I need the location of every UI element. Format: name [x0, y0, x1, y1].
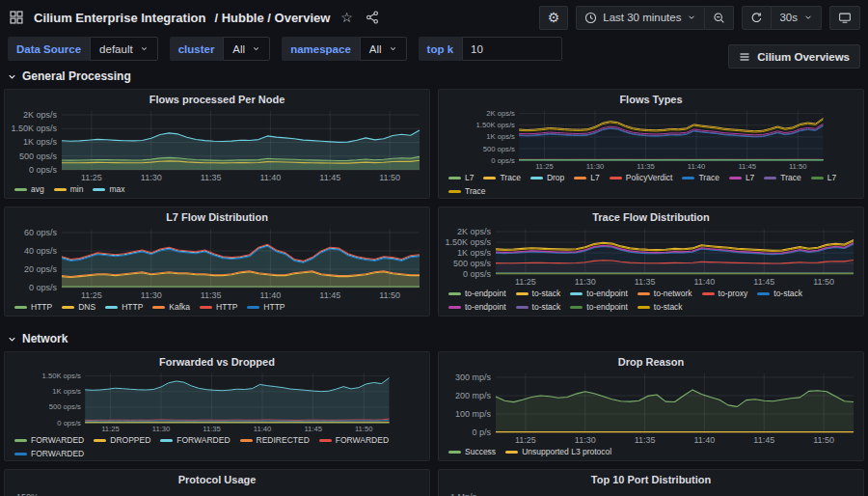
timeseries-chart[interactable]: 11:2511:3011:3511:4011:4511:50300 mp/s20… [442, 369, 860, 446]
legend-item[interactable]: Trace [483, 172, 520, 184]
legend-item[interactable]: Trace [682, 172, 719, 184]
legend-item[interactable]: Trace [448, 185, 485, 198]
legend-swatch [570, 292, 583, 295]
chevron-down-icon [687, 13, 696, 22]
panel-title[interactable]: Top 10 Port Distribution [439, 470, 863, 485]
cilium-overviews-button[interactable]: Cilium Overviews [728, 44, 860, 69]
panel-title[interactable]: Trace Flow Distribution [439, 207, 863, 223]
star-icon[interactable]: ☆ [339, 11, 355, 24]
legend-label: to-proxy [719, 288, 748, 300]
legend-item[interactable]: to-endpoint [570, 288, 628, 300]
legend-item[interactable]: to-stack [637, 301, 683, 314]
legend-item[interactable]: max [93, 183, 124, 196]
legend-label: HTTP [216, 301, 237, 314]
legend-item[interactable]: avg [14, 183, 44, 196]
legend-item[interactable]: L7 [574, 172, 599, 184]
y-axis-label: 0 ops/s [463, 269, 492, 279]
x-axis-label: 11:30 [586, 162, 605, 171]
panel-title[interactable]: Forwarded vs Dropped [5, 352, 429, 368]
dashboard-title[interactable]: Cilium Enterprise Integration [34, 11, 205, 25]
legend-item[interactable]: to-endpoint [448, 301, 506, 314]
legend-item[interactable]: L7 [729, 172, 754, 184]
legend-item[interactable]: DROPPED [94, 434, 150, 447]
time-picker-group: Last 30 minutes [576, 6, 734, 30]
legend-item[interactable]: FORWARDED [160, 434, 230, 447]
var-namespace-label: namespace [282, 37, 360, 61]
legend-item[interactable]: to-endpoint [570, 301, 628, 314]
y-axis-label: 500 ops/s [19, 152, 58, 161]
settings-button[interactable]: ⚙ [539, 6, 569, 30]
legend-item[interactable]: HTTP [14, 301, 52, 314]
panel-flows-per-node: Flows processed Per Node 11:2511:3011:35… [4, 89, 430, 199]
y-axis-label: 2K ops/s [457, 227, 492, 236]
zoom-out-button[interactable] [705, 6, 734, 30]
legend-swatch [570, 306, 583, 309]
clock-icon [584, 12, 597, 24]
legend-item[interactable]: FORWARDED [14, 448, 84, 460]
x-axis-label: 11:25 [515, 277, 536, 287]
var-topk-input[interactable] [462, 37, 562, 61]
legend-item[interactable]: REDIRECTED [240, 434, 310, 447]
x-axis-label: 11:45 [753, 277, 774, 287]
legend-item[interactable]: DNS [62, 301, 95, 314]
legend-item[interactable]: to-stack [757, 288, 802, 300]
var-cluster: cluster All [170, 37, 271, 61]
refresh-interval-button[interactable]: 30s [772, 6, 822, 30]
section-network[interactable]: Network [0, 324, 868, 349]
legend-item[interactable]: Unsupported L3 protocol [505, 446, 611, 458]
legend-item[interactable]: HTTP [247, 301, 285, 314]
legend-item[interactable]: FORWARDED [319, 434, 389, 447]
y-axis-label: 300 mp/s [455, 372, 492, 382]
timeseries-chart[interactable]: 11:2511:3011:3511:4011:4511:502K ops/s1.… [442, 224, 860, 288]
legend-label: to-endpoint [465, 288, 506, 300]
timeseries-chart[interactable]: 11:2511:3011:3511:4011:4511:501.50K ops/… [8, 369, 426, 434]
x-axis-label: 11:40 [259, 173, 281, 182]
y-axis-label: 0 ops/s [29, 283, 58, 292]
x-axis-label: 11:35 [201, 173, 222, 182]
legend-item[interactable]: HTTP [105, 301, 143, 314]
legend-item[interactable]: to-endpoint [448, 288, 506, 300]
timeseries-chart[interactable]: 11:2511:3011:3511:4011:4511:502K ops/s1.… [442, 106, 860, 172]
legend-item[interactable]: HTTP [200, 301, 237, 314]
legend-item[interactable]: L7 [448, 172, 474, 184]
panel-title[interactable]: L7 Flow Distribution [5, 207, 429, 223]
var-cluster-select[interactable]: All [223, 37, 270, 61]
legend-item[interactable]: Drop [530, 172, 564, 184]
kiosk-mode-button[interactable] [829, 6, 860, 30]
legend-item[interactable]: to-network [637, 288, 692, 300]
legend-item[interactable]: PolicyVerdict [610, 172, 673, 184]
timeseries-chart[interactable]: 11:2511:3011:3511:4011:4511:502K ops/s1.… [8, 106, 426, 183]
panel-title[interactable]: Flows Types [439, 90, 863, 105]
time-range-button[interactable]: Last 30 minutes [576, 6, 705, 30]
share-icon[interactable] [364, 11, 381, 24]
legend-item[interactable]: to-stack [516, 301, 561, 314]
legend-item[interactable]: L7 [811, 172, 836, 184]
panel-title[interactable]: Flows processed Per Node [5, 90, 429, 105]
chevron-down-icon [252, 44, 260, 53]
y-axis-label: 1K ops/s [457, 248, 492, 258]
panel-title[interactable]: Drop Reason [439, 352, 863, 368]
x-axis-label: 11:45 [319, 290, 340, 300]
legend-swatch [448, 190, 461, 193]
var-namespace-select[interactable]: All [360, 37, 407, 61]
x-axis-label: 11:45 [304, 425, 322, 433]
var-datasource-select[interactable]: default [90, 37, 158, 61]
apps-grid-icon[interactable] [8, 11, 25, 24]
legend-item[interactable]: FORWARDED [14, 434, 84, 447]
x-axis-label: 11:50 [789, 162, 807, 171]
var-topk-label: top k [419, 37, 462, 61]
dashboard-subpath[interactable]: / Hubble / Overview [214, 11, 330, 25]
refresh-icon [750, 12, 763, 24]
panel-title[interactable]: Protocol Usage [5, 470, 429, 485]
legend-item[interactable]: Kafka [152, 301, 190, 314]
refresh-button[interactable] [742, 6, 772, 30]
legend-item[interactable]: Success [448, 446, 496, 458]
legend-label: HTTP [122, 301, 143, 314]
legend-item[interactable]: to-proxy [702, 288, 748, 300]
legend-item[interactable]: Trace [764, 172, 800, 184]
timeseries-chart[interactable]: 11:2511:3011:3511:4011:4511:5060 ops/s40… [8, 224, 426, 301]
chart-legend: L7TraceDropL7PolicyVerdictTraceL7TraceL7… [439, 172, 863, 198]
variables-bar: Data Source default cluster All namespac… [0, 31, 868, 62]
legend-item[interactable]: min [54, 183, 84, 196]
legend-item[interactable]: to-stack [516, 288, 561, 300]
